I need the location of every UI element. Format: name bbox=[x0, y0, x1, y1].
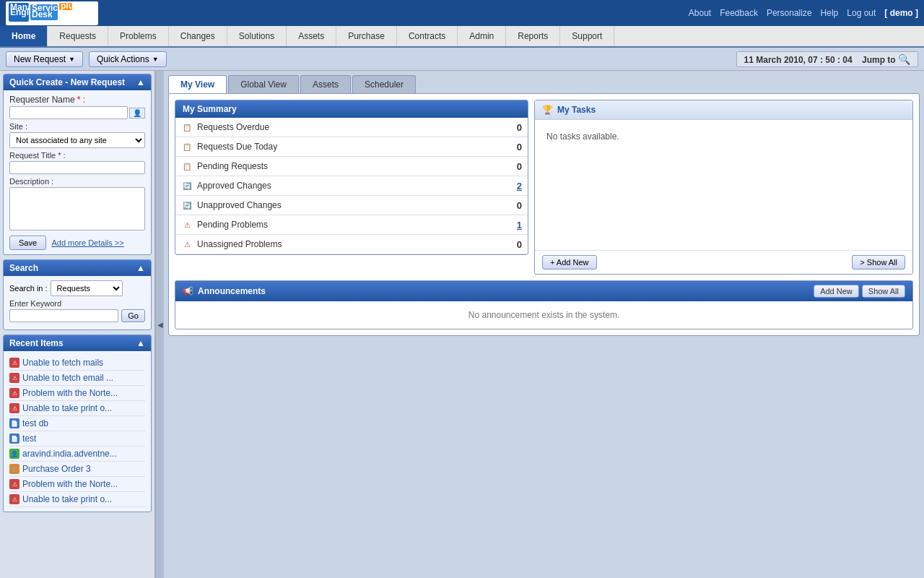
tasks-footer: + Add New > Show All bbox=[535, 250, 912, 274]
save-button[interactable]: Save bbox=[9, 236, 46, 250]
recent-label-5: test bbox=[22, 434, 36, 444]
search-in-select[interactable]: Requests Problems Changes bbox=[51, 280, 123, 296]
requester-name-input[interactable] bbox=[9, 106, 128, 119]
description-textarea[interactable] bbox=[9, 187, 145, 230]
recent-item-9[interactable]: ⚠ Unable to take print o... bbox=[9, 492, 145, 507]
sidebar-collapse-button[interactable]: ◀ bbox=[155, 71, 164, 578]
add-new-ann-button[interactable]: Add New bbox=[814, 285, 859, 298]
summary-row-2[interactable]: 📋 Pending Requests 0 bbox=[175, 157, 528, 176]
summary-label-6: ⚠ Unassigned Problems bbox=[181, 238, 500, 250]
recent-item-7[interactable]: 🛒 Purchase Order 3 bbox=[9, 462, 145, 477]
summary-icon-0: 📋 bbox=[181, 121, 193, 133]
summary-row-6[interactable]: ⚠ Unassigned Problems 0 bbox=[175, 235, 528, 254]
ann-buttons: Add New Show All bbox=[814, 285, 905, 298]
top-bar: Manage Engine Service Desk plus About Fe… bbox=[0, 0, 924, 26]
more-details-button[interactable]: Add more Details >> bbox=[51, 238, 123, 247]
summary-icon-2: 📋 bbox=[181, 160, 193, 172]
recent-items-collapse-icon[interactable]: ▲ bbox=[136, 338, 145, 348]
summary-label-4: 🔄 Unapproved Changes bbox=[181, 199, 500, 211]
recent-item-5[interactable]: 📄 test bbox=[9, 431, 145, 447]
summary-row-3[interactable]: 🔄 Approved Changes 2 bbox=[175, 176, 528, 196]
description-row: Description : bbox=[9, 177, 145, 233]
recent-label-2: Problem with the Norte... bbox=[22, 388, 118, 398]
nav-bar: Home Requests Problems Changes Solutions… bbox=[0, 26, 924, 48]
feedback-link[interactable]: Feedback bbox=[720, 8, 758, 18]
nav-reports[interactable]: Reports bbox=[506, 26, 560, 46]
recent-item-8[interactable]: ⚠ Problem with the Norte... bbox=[9, 477, 145, 492]
quick-actions-label: Quick Actions bbox=[97, 54, 149, 64]
recent-item-2[interactable]: ⚠ Problem with the Norte... bbox=[9, 386, 145, 401]
summary-row-0[interactable]: 📋 Requests Overdue 0 bbox=[175, 118, 528, 137]
quick-create-header[interactable]: Quick Create - New Request ▲ bbox=[4, 74, 151, 90]
add-new-task-button[interactable]: + Add New bbox=[542, 255, 597, 269]
nav-requests[interactable]: Requests bbox=[48, 26, 108, 46]
nav-changes[interactable]: Changes bbox=[169, 26, 227, 46]
sidebar: Quick Create - New Request ▲ Requester N… bbox=[0, 71, 155, 578]
request-title-label: Request Title * : bbox=[9, 151, 145, 160]
search-in-label: Search in : bbox=[9, 284, 48, 293]
ann-icon: 📢 bbox=[183, 286, 193, 296]
keyword-input[interactable] bbox=[9, 309, 118, 322]
quick-actions-button[interactable]: Quick Actions ▼ bbox=[89, 51, 167, 67]
quick-create-collapse-icon[interactable]: ▲ bbox=[136, 77, 145, 87]
tab-my-view[interactable]: My View bbox=[168, 75, 227, 93]
summary-row-1[interactable]: 📋 Requests Due Today 0 bbox=[175, 137, 528, 157]
summary-label-2: 📋 Pending Requests bbox=[181, 160, 500, 172]
about-link[interactable]: About bbox=[689, 8, 711, 18]
quick-create-actions: Save Add more Details >> bbox=[9, 236, 145, 250]
new-request-button[interactable]: New Request ▼ bbox=[6, 51, 83, 67]
summary-value-3[interactable]: 2 bbox=[500, 181, 522, 191]
nav-contracts[interactable]: Contracts bbox=[397, 26, 458, 46]
recent-label-6: aravind.india.adventne... bbox=[22, 449, 117, 459]
jump-to-icon[interactable]: 🔍 bbox=[898, 53, 910, 65]
recent-item-1[interactable]: ⚠ Unable to fetch email ... bbox=[9, 371, 145, 386]
recent-label-4: test db bbox=[22, 418, 48, 428]
announcements-header: 📢 Announcements Add New Show All bbox=[175, 281, 912, 301]
go-button[interactable]: Go bbox=[121, 309, 145, 322]
summary-icon-6: ⚠ bbox=[181, 238, 193, 250]
help-link[interactable]: Help bbox=[821, 8, 839, 18]
recent-item-0[interactable]: ⚠ Unable to fetch mails bbox=[9, 355, 145, 371]
description-label: Description : bbox=[9, 177, 145, 186]
search-title: Search bbox=[9, 263, 38, 273]
summary-row-5[interactable]: ⚠ Pending Problems 1 bbox=[175, 215, 528, 235]
show-all-ann-button[interactable]: Show All bbox=[862, 285, 905, 298]
tasks-icon: 🏆 bbox=[542, 105, 553, 115]
nav-admin[interactable]: Admin bbox=[458, 26, 506, 46]
search-header[interactable]: Search ▲ bbox=[4, 260, 151, 276]
logout-link[interactable]: Log out bbox=[847, 8, 876, 18]
request-title-input[interactable] bbox=[9, 161, 145, 174]
nav-assets[interactable]: Assets bbox=[287, 26, 336, 46]
personalize-link[interactable]: Personalize bbox=[767, 8, 812, 18]
nav-problems[interactable]: Problems bbox=[108, 26, 169, 46]
nav-solutions[interactable]: Solutions bbox=[227, 26, 287, 46]
nav-home[interactable]: Home bbox=[0, 26, 48, 46]
tab-global-view[interactable]: Global View bbox=[228, 75, 299, 93]
recent-item-4[interactable]: 📄 test db bbox=[9, 416, 145, 431]
top-links: About Feedback Personalize Help Log out … bbox=[689, 8, 918, 18]
tasks-header: 🏆 My Tasks bbox=[535, 100, 912, 120]
recent-item-6[interactable]: 👤 aravind.india.adventne... bbox=[9, 447, 145, 462]
site-select[interactable]: Not associated to any site Site 1 bbox=[9, 132, 145, 148]
summary-value-0: 0 bbox=[500, 122, 522, 133]
search-collapse-icon[interactable]: ▲ bbox=[136, 263, 145, 273]
recent-items-title: Recent Items bbox=[9, 338, 64, 348]
toolbar-left: New Request ▼ Quick Actions ▼ bbox=[6, 51, 167, 67]
summary-value-5[interactable]: 1 bbox=[500, 220, 522, 230]
recent-icon-1: ⚠ bbox=[9, 373, 19, 383]
summary-value-2: 0 bbox=[500, 161, 522, 172]
requester-search-button[interactable]: 👤 bbox=[129, 108, 145, 118]
ann-header-left: 📢 Announcements bbox=[183, 286, 266, 296]
nav-purchase[interactable]: Purchase bbox=[336, 26, 397, 46]
recent-items-header[interactable]: Recent Items ▲ bbox=[4, 335, 151, 351]
recent-item-3[interactable]: ⚠ Unable to take print o... bbox=[9, 401, 145, 416]
tab-scheduler[interactable]: Scheduler bbox=[352, 75, 416, 93]
site-row: Site : Not associated to any site Site 1 bbox=[9, 122, 145, 148]
recent-icon-4: 📄 bbox=[9, 418, 19, 428]
tab-assets[interactable]: Assets bbox=[300, 75, 351, 93]
summary-value-6: 0 bbox=[500, 239, 522, 250]
show-all-tasks-button[interactable]: > Show All bbox=[852, 255, 905, 269]
dropdown-arrow-icon: ▼ bbox=[69, 56, 75, 63]
nav-support[interactable]: Support bbox=[560, 26, 614, 46]
summary-row-4[interactable]: 🔄 Unapproved Changes 0 bbox=[175, 196, 528, 215]
